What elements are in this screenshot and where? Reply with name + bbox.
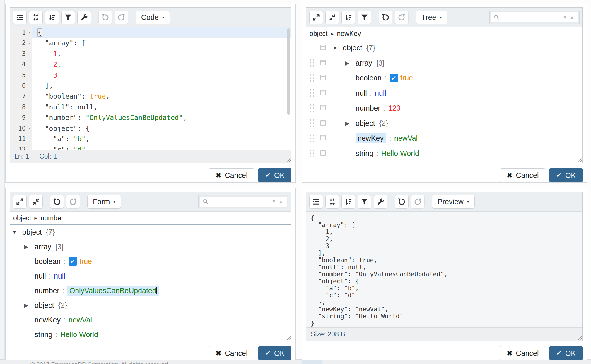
drag-handle[interactable]: [309, 104, 315, 113]
compact-button[interactable]: [29, 11, 43, 24]
field-value[interactable]: Hello World: [60, 330, 98, 339]
field-name[interactable]: newKey: [356, 133, 386, 143]
field-name[interactable]: string: [35, 330, 52, 339]
filter-button[interactable]: [61, 11, 75, 24]
code-line[interactable]: 3: [32, 70, 291, 80]
code-line[interactable]: 2,: [32, 59, 291, 70]
drag-handle[interactable]: [309, 73, 315, 83]
breadcrumb-item[interactable]: newKey: [337, 30, 361, 38]
format-button[interactable]: [13, 11, 27, 24]
redo-button[interactable]: [395, 11, 409, 24]
compact-button[interactable]: [325, 195, 339, 209]
field-name[interactable]: null: [356, 89, 367, 97]
search-input[interactable]: [209, 198, 270, 205]
undo-button[interactable]: [50, 195, 64, 209]
collapse-button[interactable]: [325, 11, 339, 24]
search-previous-icon[interactable]: ▲: [568, 15, 575, 20]
filter-button[interactable]: [358, 11, 371, 24]
expand-button[interactable]: [309, 11, 323, 24]
field-name[interactable]: object: [35, 301, 54, 310]
resize-grip[interactable]: [285, 334, 291, 340]
code-line[interactable]: ],: [32, 80, 291, 91]
cancel-button[interactable]: ✖Cancel: [500, 168, 545, 182]
redo-button[interactable]: [66, 195, 80, 209]
field-name[interactable]: null: [35, 272, 46, 280]
row-actions-button[interactable]: [318, 87, 328, 99]
vertical-scrollbar-thumb[interactable]: [287, 28, 290, 115]
code-line[interactable]: "c": "d": [32, 144, 291, 150]
row-actions-button[interactable]: [318, 72, 328, 84]
collapse-button[interactable]: [29, 195, 43, 209]
expand-button[interactable]: [13, 195, 27, 209]
breadcrumb-item[interactable]: object: [310, 30, 327, 38]
row-actions-button[interactable]: [318, 57, 328, 69]
field-name[interactable]: array: [356, 59, 372, 67]
row-actions-button[interactable]: [318, 147, 328, 159]
search-next-icon[interactable]: ▼: [270, 199, 277, 204]
field-value[interactable]: null: [54, 272, 65, 280]
field-value[interactable]: true: [400, 74, 413, 82]
undo-button[interactable]: [395, 195, 409, 209]
mode-selector-button[interactable]: Tree▾: [416, 11, 447, 24]
collapse-toggle-icon[interactable]: ▼: [332, 45, 343, 51]
filter-button[interactable]: [358, 195, 371, 209]
ok-button[interactable]: ✔OK: [258, 346, 291, 360]
search-next-icon[interactable]: ▼: [561, 15, 568, 20]
repair-button[interactable]: [77, 11, 91, 24]
code-lines[interactable]: { "array": [ 1, 2, 3 ], "boolean": true,…: [32, 27, 291, 150]
ok-button[interactable]: ✔OK: [258, 168, 291, 182]
code-line[interactable]: "object": {: [32, 123, 291, 134]
field-name[interactable]: object: [343, 44, 362, 52]
field-name[interactable]: boolean: [35, 257, 61, 266]
collapse-toggle-icon[interactable]: ▼: [12, 229, 22, 235]
fold-toggle-icon[interactable]: ▾: [29, 28, 31, 38]
search-input[interactable]: [500, 14, 561, 21]
code-line[interactable]: "a": "b",: [32, 134, 291, 144]
breadcrumb-item[interactable]: number: [40, 214, 63, 222]
field-value[interactable]: Hello World: [381, 149, 419, 158]
breadcrumb-item[interactable]: object: [13, 214, 31, 222]
boolean-checkbox[interactable]: ✔: [390, 74, 398, 82]
sort-button[interactable]: [341, 11, 355, 24]
fold-toggle-icon[interactable]: ▾: [29, 123, 31, 134]
resize-grip[interactable]: [576, 334, 582, 340]
field-value[interactable]: true: [79, 257, 92, 266]
field-value[interactable]: OnlyValuesCanBeUpdated: [67, 286, 159, 296]
resize-grip[interactable]: [576, 157, 582, 162]
expand-toggle-icon[interactable]: ▶: [345, 60, 356, 66]
row-actions-button[interactable]: [318, 117, 328, 129]
field-name[interactable]: number: [35, 286, 59, 295]
repair-button[interactable]: [374, 195, 387, 209]
ok-button[interactable]: ✔OK: [549, 168, 583, 182]
mode-selector-button[interactable]: Form▾: [87, 195, 121, 209]
field-name[interactable]: newKey: [35, 316, 61, 324]
drag-handle[interactable]: [309, 88, 315, 98]
code-line[interactable]: "array": [: [32, 38, 291, 48]
code-line[interactable]: "boolean": true,: [32, 91, 291, 102]
row-actions-button[interactable]: [318, 133, 328, 144]
field-name[interactable]: object: [356, 119, 375, 128]
redo-button[interactable]: [411, 195, 425, 209]
boolean-checkbox[interactable]: ✔: [69, 257, 77, 266]
row-actions-button[interactable]: [318, 102, 328, 114]
field-value[interactable]: newVal: [394, 134, 418, 142]
field-name[interactable]: array: [35, 243, 51, 251]
drag-handle[interactable]: [309, 58, 315, 68]
sort-button[interactable]: [341, 195, 355, 209]
row-actions-button[interactable]: [318, 42, 328, 54]
drag-handle[interactable]: [309, 119, 315, 128]
ok-button[interactable]: ✔OK: [549, 346, 583, 360]
code-line[interactable]: "null": null,: [32, 102, 291, 112]
code-line[interactable]: 1,: [32, 49, 291, 59]
field-name[interactable]: string: [356, 149, 373, 158]
redo-button[interactable]: [115, 11, 128, 24]
field-value[interactable]: null: [375, 89, 386, 97]
field-value[interactable]: newVal: [69, 316, 92, 324]
cancel-button[interactable]: ✖Cancel: [209, 346, 254, 360]
search-previous-icon[interactable]: ▲: [277, 199, 284, 204]
code-line[interactable]: "number": "OnlyValuesCanBeUpdated",: [32, 112, 291, 123]
drag-handle[interactable]: [309, 134, 315, 143]
sort-button[interactable]: [45, 11, 59, 24]
expand-toggle-icon[interactable]: ▶: [24, 243, 35, 250]
field-name[interactable]: number: [356, 104, 380, 112]
